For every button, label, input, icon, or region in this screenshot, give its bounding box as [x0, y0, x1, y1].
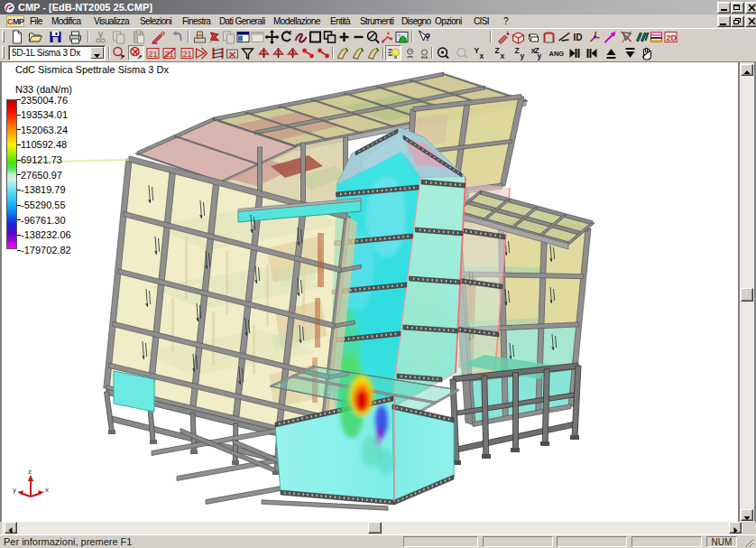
svg-text:?: ?	[425, 32, 431, 42]
svg-text:Z: Z	[515, 46, 520, 55]
svg-text:x: x	[45, 486, 49, 494]
svg-text:y: y	[538, 51, 542, 60]
svg-text:Z: Z	[495, 46, 500, 55]
svg-text:y: y	[521, 51, 525, 60]
svg-text:x: x	[480, 51, 484, 60]
svg-text:2D: 2D	[667, 33, 678, 42]
svg-text:y: y	[13, 486, 16, 494]
svg-text:x: x	[501, 51, 505, 60]
svg-text:21: 21	[183, 50, 192, 59]
svg-text:z: z	[28, 468, 32, 476]
svg-text:21: 21	[149, 50, 158, 59]
svg-text:ANG: ANG	[549, 50, 565, 58]
svg-text:ID: ID	[574, 33, 583, 42]
